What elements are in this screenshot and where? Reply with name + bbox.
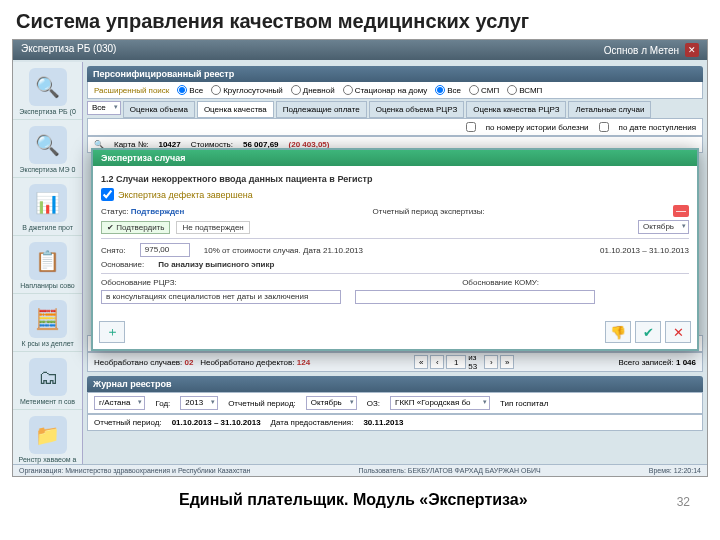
period-select[interactable]: Октябрь <box>638 220 689 234</box>
footer-title: Единый плательщик. Модуль «Экспертиза» <box>179 491 528 509</box>
secondary-filter: по номеру истории болезни по дате поступ… <box>87 118 703 136</box>
period-select[interactable]: Октябрь <box>306 396 357 410</box>
adv-search-link[interactable]: Расширенный поиск <box>94 86 169 95</box>
magnifier-icon: 🔍 <box>29 68 67 106</box>
clipboard-icon: 📋 <box>29 242 67 280</box>
radio-day[interactable]: Дневной <box>291 85 335 95</box>
chk-history[interactable] <box>466 122 476 132</box>
complete-checkbox[interactable] <box>101 188 114 201</box>
calculator-icon: 🧮 <box>29 300 67 338</box>
slide-title: Система управления качеством медицинских… <box>0 0 720 39</box>
magnifier-icon: 🔍 <box>29 126 67 164</box>
sidebar: 🔍Экспертиза РБ (0 🔍Экспертиза МЭ 0 📊В дж… <box>13 62 83 476</box>
journal-header: Журнал реестров <box>87 376 703 392</box>
radio-all2[interactable]: Все <box>435 85 461 95</box>
sidebar-item[interactable]: 📋Напланиры сово <box>13 236 82 294</box>
radio-all[interactable]: Все <box>177 85 203 95</box>
year-select[interactable]: 2013 <box>180 396 218 410</box>
slide-footer: Единый плательщик. Модуль «Экспертиза» 3… <box>0 477 720 513</box>
radio-247[interactable]: Круглосуточный <box>211 85 283 95</box>
justification-input[interactable]: в консультациях специалистов нет даты и … <box>101 290 341 304</box>
pager-last[interactable]: » <box>500 355 514 369</box>
radio-vsmp[interactable]: ВСМП <box>507 85 542 95</box>
delete-button[interactable]: — <box>673 205 689 217</box>
filter-row: Расширенный поиск Все Круглосуточный Дне… <box>87 82 703 99</box>
tab[interactable]: Оценка объема РЦРЗ <box>369 101 465 118</box>
sidebar-item[interactable]: 🔍Экспертиза РБ (0 <box>13 62 82 120</box>
noconfirm-button[interactable]: Не подтвержден <box>176 221 249 234</box>
justification-input2[interactable] <box>355 290 595 304</box>
tab[interactable]: Летальные случаи <box>568 101 651 118</box>
amount-input[interactable]: 975,00 <box>140 243 190 257</box>
tab[interactable]: Оценка объема <box>123 101 195 118</box>
close-icon[interactable]: ✕ <box>685 43 699 57</box>
modal-buttonbar: ＋ 👎 ✔ ✕ <box>93 315 697 349</box>
chart-icon: 📊 <box>29 184 67 222</box>
pager-prev[interactable]: ‹ <box>430 355 444 369</box>
pager-buttons: « ‹ 1 из 53 › » <box>414 355 514 369</box>
sidebar-item[interactable]: 🗂Метеимент п сов <box>13 352 82 410</box>
tabs: Все Оценка объема Оценка качества Подлеж… <box>87 101 703 118</box>
tab[interactable]: Подлежащие оплате <box>276 101 367 118</box>
sidebar-item[interactable]: 🧮К рсы из деплет <box>13 294 82 352</box>
add-button[interactable]: ＋ <box>99 321 125 343</box>
radio-home[interactable]: Стационар на дому <box>343 85 428 95</box>
thumb-button[interactable]: 👎 <box>605 321 631 343</box>
pager: Необработано случаев: 02 Необработано де… <box>87 352 703 372</box>
sel-all[interactable]: Все <box>87 101 121 115</box>
pager-next[interactable]: › <box>484 355 498 369</box>
sidebar-item[interactable]: 📊В джетиле прот <box>13 178 82 236</box>
org-select[interactable]: ГККП «Городская бо <box>390 396 490 410</box>
app-window: Экспертиза РБ (030) Оспнов л Метен ✕ 🔍Эк… <box>12 39 708 477</box>
pager-page[interactable]: 1 <box>446 355 466 369</box>
modal-header: Экспертиза случая <box>93 150 697 166</box>
sidebar-item[interactable]: 📁Ренстр хаваеом а <box>13 410 82 468</box>
window-user: Оспнов л Метен <box>604 45 679 56</box>
confirm-button[interactable]: ✔ Подтвердить <box>101 221 170 234</box>
window-title: Экспертиза РБ (030) <box>21 43 116 57</box>
ok-button[interactable]: ✔ <box>635 321 661 343</box>
folder-icon: 📁 <box>29 416 67 454</box>
titlebar: Экспертиза РБ (030) Оспнов л Метен ✕ <box>13 40 707 60</box>
pager-first[interactable]: « <box>414 355 428 369</box>
chk-date[interactable] <box>599 122 609 132</box>
sidebar-item[interactable]: 🔍Экспертиза МЭ 0 <box>13 120 82 178</box>
journal-filter: г/Астана Год:2013 Отчетный период:Октябр… <box>87 392 703 414</box>
registry-header: Персонифицированный реестр <box>87 66 703 82</box>
case-expertise-modal: Экспертиза случая 1.2 Случаи некорректно… <box>91 148 699 351</box>
tab[interactable]: Оценка качества <box>197 101 274 118</box>
journal-filter2: Отчетный период:01.10.2013 – 31.10.2013 … <box>87 414 703 431</box>
cancel-button[interactable]: ✕ <box>665 321 691 343</box>
status-value: Подтвержден <box>131 207 185 216</box>
tab[interactable]: Оценка качества РЦРЗ <box>466 101 566 118</box>
section-title: 1.2 Случаи некорректного ввода данных па… <box>101 174 689 184</box>
complete-indicator: Экспертиза дефекта завершена <box>101 188 689 201</box>
cabinet-icon: 🗂 <box>29 358 67 396</box>
page-number: 32 <box>677 495 690 509</box>
statusbar: Организация: Министерство здравоохранени… <box>13 464 707 476</box>
radio-smp[interactable]: СМП <box>469 85 499 95</box>
city-select[interactable]: г/Астана <box>94 396 145 410</box>
